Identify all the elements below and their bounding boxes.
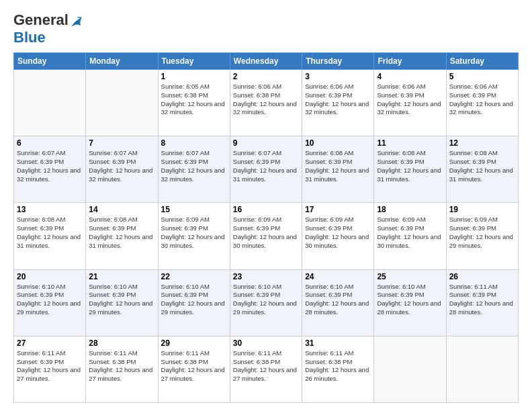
calendar-cell: 12Sunrise: 6:08 AMSunset: 6:39 PMDayligh… bbox=[446, 136, 518, 203]
calendar-cell: 6Sunrise: 6:07 AMSunset: 6:39 PMDaylight… bbox=[14, 136, 86, 203]
calendar-cell: 2Sunrise: 6:06 AMSunset: 6:38 PMDaylight… bbox=[230, 69, 302, 136]
day-number: 19 bbox=[449, 205, 515, 214]
calendar-cell: 21Sunrise: 6:10 AMSunset: 6:39 PMDayligh… bbox=[86, 269, 158, 336]
day-number: 20 bbox=[17, 272, 83, 281]
day-number: 14 bbox=[89, 205, 154, 214]
calendar-week-row: 6Sunrise: 6:07 AMSunset: 6:39 PMDaylight… bbox=[14, 136, 519, 203]
day-info: Sunrise: 6:09 AMSunset: 6:39 PMDaylight:… bbox=[305, 216, 371, 250]
day-info: Sunrise: 6:10 AMSunset: 6:39 PMDaylight:… bbox=[305, 283, 371, 317]
calendar-cell: 5Sunrise: 6:06 AMSunset: 6:39 PMDaylight… bbox=[446, 69, 518, 136]
day-info: Sunrise: 6:11 AMSunset: 6:38 PMDaylight:… bbox=[233, 349, 299, 383]
day-number: 25 bbox=[377, 272, 443, 281]
day-info: Sunrise: 6:08 AMSunset: 6:39 PMDaylight:… bbox=[305, 149, 371, 183]
day-number: 6 bbox=[17, 138, 83, 148]
header: General Blue bbox=[13, 12, 519, 46]
day-info: Sunrise: 6:08 AMSunset: 6:39 PMDaylight:… bbox=[449, 149, 515, 183]
weekday-header-monday: Monday bbox=[86, 52, 158, 69]
calendar-cell: 9Sunrise: 6:07 AMSunset: 6:39 PMDaylight… bbox=[230, 136, 302, 203]
calendar-cell bbox=[446, 336, 518, 402]
day-number: 12 bbox=[449, 138, 515, 148]
calendar-week-row: 13Sunrise: 6:08 AMSunset: 6:39 PMDayligh… bbox=[14, 203, 519, 269]
calendar-cell: 27Sunrise: 6:11 AMSunset: 6:39 PMDayligh… bbox=[14, 336, 86, 402]
calendar-cell: 19Sunrise: 6:09 AMSunset: 6:39 PMDayligh… bbox=[446, 203, 518, 269]
day-number: 11 bbox=[377, 138, 443, 148]
day-info: Sunrise: 6:11 AMSunset: 6:38 PMDaylight:… bbox=[89, 349, 154, 383]
logo-blue: Blue bbox=[13, 29, 46, 46]
day-number: 22 bbox=[161, 272, 227, 281]
day-info: Sunrise: 6:09 AMSunset: 6:39 PMDaylight:… bbox=[233, 216, 299, 250]
day-number: 21 bbox=[89, 272, 154, 281]
day-number: 15 bbox=[161, 205, 227, 214]
day-number: 13 bbox=[17, 205, 83, 214]
day-number: 28 bbox=[89, 338, 154, 348]
day-info: Sunrise: 6:09 AMSunset: 6:39 PMDaylight:… bbox=[377, 216, 443, 250]
weekday-header-wednesday: Wednesday bbox=[230, 52, 302, 69]
logo-general: General bbox=[13, 11, 69, 28]
day-info: Sunrise: 6:10 AMSunset: 6:39 PMDaylight:… bbox=[17, 283, 83, 317]
day-number: 26 bbox=[449, 272, 515, 281]
day-info: Sunrise: 6:09 AMSunset: 6:39 PMDaylight:… bbox=[161, 216, 227, 250]
calendar-cell: 14Sunrise: 6:08 AMSunset: 6:39 PMDayligh… bbox=[86, 203, 158, 269]
calendar-week-row: 1Sunrise: 6:05 AMSunset: 6:38 PMDaylight… bbox=[14, 69, 519, 136]
day-number: 2 bbox=[233, 72, 299, 81]
calendar-week-row: 20Sunrise: 6:10 AMSunset: 6:39 PMDayligh… bbox=[14, 269, 519, 336]
logo: General Blue bbox=[13, 12, 83, 46]
day-info: Sunrise: 6:07 AMSunset: 6:39 PMDaylight:… bbox=[89, 149, 154, 183]
calendar-cell: 13Sunrise: 6:08 AMSunset: 6:39 PMDayligh… bbox=[14, 203, 86, 269]
weekday-header-friday: Friday bbox=[374, 52, 446, 69]
day-number: 1 bbox=[161, 72, 227, 81]
calendar-week-row: 27Sunrise: 6:11 AMSunset: 6:39 PMDayligh… bbox=[14, 336, 519, 402]
calendar-table: SundayMondayTuesdayWednesdayThursdayFrid… bbox=[13, 52, 519, 403]
weekday-header-saturday: Saturday bbox=[446, 52, 518, 69]
day-number: 29 bbox=[161, 338, 227, 348]
calendar-cell: 18Sunrise: 6:09 AMSunset: 6:39 PMDayligh… bbox=[374, 203, 446, 269]
day-info: Sunrise: 6:07 AMSunset: 6:39 PMDaylight:… bbox=[161, 149, 227, 183]
day-number: 23 bbox=[233, 272, 299, 281]
day-info: Sunrise: 6:11 AMSunset: 6:39 PMDaylight:… bbox=[449, 283, 515, 317]
day-number: 10 bbox=[305, 138, 371, 148]
day-number: 31 bbox=[305, 338, 371, 348]
day-info: Sunrise: 6:11 AMSunset: 6:38 PMDaylight:… bbox=[161, 349, 227, 383]
day-info: Sunrise: 6:08 AMSunset: 6:39 PMDaylight:… bbox=[377, 149, 443, 183]
calendar-cell: 10Sunrise: 6:08 AMSunset: 6:39 PMDayligh… bbox=[302, 136, 374, 203]
calendar-cell: 25Sunrise: 6:10 AMSunset: 6:39 PMDayligh… bbox=[374, 269, 446, 336]
calendar-cell: 22Sunrise: 6:10 AMSunset: 6:39 PMDayligh… bbox=[158, 269, 230, 336]
day-info: Sunrise: 6:07 AMSunset: 6:39 PMDaylight:… bbox=[17, 149, 83, 183]
calendar-cell bbox=[86, 69, 158, 136]
day-number: 24 bbox=[305, 272, 371, 281]
day-info: Sunrise: 6:06 AMSunset: 6:39 PMDaylight:… bbox=[449, 83, 515, 117]
day-info: Sunrise: 6:07 AMSunset: 6:39 PMDaylight:… bbox=[233, 149, 299, 183]
day-number: 18 bbox=[377, 205, 443, 214]
calendar-cell: 30Sunrise: 6:11 AMSunset: 6:38 PMDayligh… bbox=[230, 336, 302, 402]
calendar-cell: 4Sunrise: 6:06 AMSunset: 6:39 PMDaylight… bbox=[374, 69, 446, 136]
calendar-cell: 1Sunrise: 6:05 AMSunset: 6:38 PMDaylight… bbox=[158, 69, 230, 136]
calendar-cell: 23Sunrise: 6:10 AMSunset: 6:39 PMDayligh… bbox=[230, 269, 302, 336]
logo-area: General Blue bbox=[13, 12, 83, 46]
calendar-cell bbox=[374, 336, 446, 402]
day-info: Sunrise: 6:08 AMSunset: 6:39 PMDaylight:… bbox=[89, 216, 154, 250]
calendar-cell: 31Sunrise: 6:11 AMSunset: 6:38 PMDayligh… bbox=[302, 336, 374, 402]
day-info: Sunrise: 6:09 AMSunset: 6:39 PMDaylight:… bbox=[449, 216, 515, 250]
day-number: 9 bbox=[233, 138, 299, 148]
calendar-cell: 11Sunrise: 6:08 AMSunset: 6:39 PMDayligh… bbox=[374, 136, 446, 203]
calendar-cell: 8Sunrise: 6:07 AMSunset: 6:39 PMDaylight… bbox=[158, 136, 230, 203]
day-number: 3 bbox=[305, 72, 371, 81]
day-info: Sunrise: 6:10 AMSunset: 6:39 PMDaylight:… bbox=[161, 283, 227, 317]
weekday-header-sunday: Sunday bbox=[14, 52, 86, 69]
weekday-header-row: SundayMondayTuesdayWednesdayThursdayFrid… bbox=[14, 52, 519, 69]
weekday-header-thursday: Thursday bbox=[302, 52, 374, 69]
calendar-cell: 3Sunrise: 6:06 AMSunset: 6:39 PMDaylight… bbox=[302, 69, 374, 136]
day-info: Sunrise: 6:11 AMSunset: 6:39 PMDaylight:… bbox=[17, 349, 83, 383]
calendar-cell: 20Sunrise: 6:10 AMSunset: 6:39 PMDayligh… bbox=[14, 269, 86, 336]
calendar-cell: 15Sunrise: 6:09 AMSunset: 6:39 PMDayligh… bbox=[158, 203, 230, 269]
day-info: Sunrise: 6:05 AMSunset: 6:38 PMDaylight:… bbox=[161, 83, 227, 117]
page: General Blue SundayMondayTuesdayWednesda… bbox=[0, 0, 532, 411]
weekday-header-tuesday: Tuesday bbox=[158, 52, 230, 69]
day-info: Sunrise: 6:11 AMSunset: 6:38 PMDaylight:… bbox=[305, 349, 371, 383]
day-number: 16 bbox=[233, 205, 299, 214]
logo-bird-icon bbox=[70, 15, 83, 30]
day-number: 5 bbox=[449, 72, 515, 81]
day-number: 27 bbox=[17, 338, 83, 348]
day-info: Sunrise: 6:10 AMSunset: 6:39 PMDaylight:… bbox=[89, 283, 154, 317]
calendar-cell: 28Sunrise: 6:11 AMSunset: 6:38 PMDayligh… bbox=[86, 336, 158, 402]
